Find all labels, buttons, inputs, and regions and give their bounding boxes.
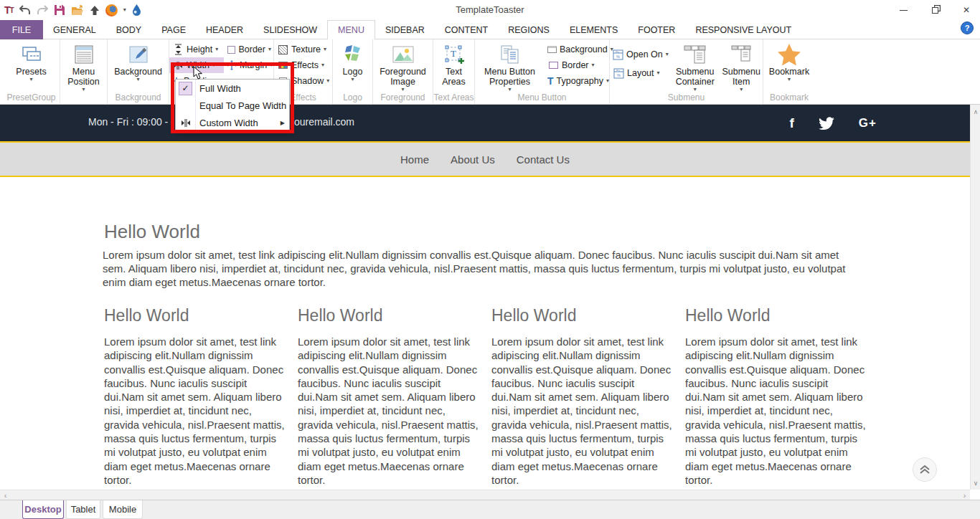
ribbon-group-bookmark: Bookmark ▾ Bookmark	[763, 39, 815, 104]
google-plus-icon[interactable]: G+	[859, 116, 877, 130]
dropdown-item-equal-to-page-width[interactable]: Equal To Page Width	[176, 97, 289, 114]
tab-slideshow[interactable]: SLIDESHOW	[253, 20, 327, 39]
width-icon	[172, 62, 184, 70]
tab-sidebar[interactable]: SIDEBAR	[375, 20, 435, 39]
logo-button[interactable]: Logo ▾	[333, 39, 372, 82]
submenu-container-icon	[683, 42, 707, 67]
submenu-item-button[interactable]: Submenu Item ▾	[720, 39, 763, 92]
content-column-2: Hello World Lorem ipsum dolor sit amet, …	[298, 306, 480, 487]
open-on-button[interactable]: Px% Open On▾	[610, 45, 670, 64]
border-icon	[227, 46, 235, 54]
menu-position-button[interactable]: Menu Position ▾	[60, 39, 107, 92]
tab-responsive-layout[interactable]: RESPONSIVE LAYOUT	[685, 20, 801, 39]
height-button[interactable]: Height▾	[169, 42, 224, 57]
scroll-up-arrow[interactable]: ∧	[971, 106, 980, 117]
social-icons: f G+	[790, 105, 877, 141]
group-label-menu-button: Menu Button	[475, 92, 609, 103]
background-brush-icon	[128, 42, 149, 67]
dropdown-item-full-width[interactable]: ✓ Full Width	[176, 80, 289, 97]
column-text: Lorem ipsum dolor sit amet, test link ad…	[104, 335, 286, 487]
tab-menu[interactable]: MENU	[327, 20, 375, 40]
typography-button[interactable]: T Typography▾	[545, 73, 609, 89]
menu-button-properties-button[interactable]: Menu Button Properties ▾	[475, 39, 545, 92]
tab-body[interactable]: BODY	[106, 20, 151, 39]
foreground-image-button[interactable]: Foreground Image ▾	[373, 39, 433, 92]
border-button[interactable]: Border▾	[224, 42, 274, 57]
text-areas-icon: T	[443, 42, 465, 67]
tab-content[interactable]: CONTENT	[435, 20, 498, 39]
ribbon-group-menu-position: Menu Position ▾	[60, 39, 108, 104]
tab-page[interactable]: PAGE	[151, 20, 196, 39]
column-heading: Hello World	[491, 306, 674, 325]
scroll-right-arrow[interactable]: ›	[959, 490, 970, 500]
close-button[interactable]: ✕	[958, 4, 974, 16]
tab-mobile[interactable]: Mobile	[103, 500, 143, 519]
device-tab-bar: Desktop Tablet Mobile	[0, 500, 980, 519]
svg-text:Px: Px	[616, 68, 621, 72]
column-text: Lorem ipsum dolor sit amet, test link ad…	[685, 335, 867, 487]
dropdown-item-custom-width[interactable]: Custom Width ▶	[176, 114, 289, 131]
horizontal-scrollbar[interactable]: ‹ ›	[0, 490, 970, 500]
column-text: Lorem ipsum dolor sit amet, test link ad…	[298, 335, 480, 487]
tab-header[interactable]: HEADER	[196, 20, 253, 39]
tab-footer[interactable]: FOOTER	[628, 20, 685, 39]
presets-button[interactable]: Presets ▾	[3, 39, 60, 82]
tab-general[interactable]: GENERAL	[43, 20, 106, 39]
ribbon-group-text-areas: T Text Areas Text Areas	[433, 39, 475, 104]
menu-button-border-button[interactable]: Border▾	[545, 57, 609, 73]
group-label-foreground: Foreground	[373, 92, 433, 103]
custom-width-icon	[176, 119, 195, 127]
tab-elements[interactable]: ELEMENTS	[560, 20, 628, 39]
facebook-icon[interactable]: f	[790, 115, 794, 131]
effects-button[interactable]: Effects▾	[274, 57, 332, 73]
open-on-icon: Px%	[613, 49, 623, 60]
minimize-button[interactable]	[895, 4, 911, 16]
submenu-item-icon	[730, 42, 752, 67]
ribbon-group-foreground: Foreground Image ▾ Foreground	[373, 39, 433, 104]
group-label-presetgroup: PresetGroup	[3, 92, 60, 103]
tab-regions[interactable]: REGIONS	[498, 20, 560, 39]
margin-button[interactable]: Margin▾	[224, 57, 274, 73]
ribbon-group-submenu: Px% Open On▾ Px% Layout▾ Submenu Contain…	[610, 39, 763, 104]
layout-button[interactable]: Px% Layout▾	[610, 64, 670, 82]
titlebar: TT ▾ TemplateToaster ✕	[0, 0, 980, 20]
preview-topbar: Mon - Fri : 09:00 - ouremail.com f G+	[0, 105, 970, 141]
layout-icon: Px%	[613, 68, 624, 79]
svg-text:%: %	[617, 73, 621, 77]
scroll-to-top-button[interactable]	[913, 457, 937, 482]
typography-icon: T	[547, 75, 554, 87]
ribbon-group-menu-button: Menu Button Properties ▾ Background▾ Bor…	[475, 39, 610, 104]
menu-button-properties-icon	[499, 42, 522, 67]
background-button[interactable]: Background ▾	[108, 39, 169, 82]
twitter-icon[interactable]	[819, 117, 834, 130]
width-button[interactable]: Width▾	[169, 57, 224, 73]
menu-item-contact-us[interactable]: Contact Us	[517, 153, 570, 166]
scroll-left-arrow[interactable]: ‹	[0, 490, 11, 500]
group-label-text-areas: Text Areas	[433, 92, 474, 103]
ribbon-group-logo: Logo ▾ Logo	[333, 39, 373, 104]
restore-button[interactable]	[927, 4, 943, 16]
tab-file[interactable]: FILE	[0, 20, 43, 39]
column-text: Lorem ipsum dolor sit amet, test link ad…	[491, 335, 674, 487]
window-title: TemplateToaster	[0, 4, 980, 15]
menu-button-background-button[interactable]: Background▾	[545, 42, 609, 57]
foreground-image-icon	[392, 42, 415, 67]
text-areas-button[interactable]: T Text Areas	[433, 39, 474, 87]
effects-icon	[277, 62, 288, 69]
menu-item-about-us[interactable]: About Us	[451, 153, 495, 166]
intro-heading: Hello World	[104, 221, 200, 243]
scroll-down-arrow[interactable]: ∨	[971, 477, 980, 488]
texture-button[interactable]: Texture▾	[274, 42, 332, 57]
bookmark-button[interactable]: Bookmark ▾	[763, 39, 815, 82]
opening-hours-text: Mon - Fri : 09:00 -	[88, 116, 168, 128]
height-icon	[172, 44, 184, 55]
tab-tablet[interactable]: Tablet	[66, 500, 100, 519]
menu-position-icon	[74, 42, 94, 67]
menu-item-home[interactable]: Home	[400, 153, 429, 166]
help-button[interactable]: ?	[961, 22, 974, 34]
submenu-container-button[interactable]: Submenu Container ▾	[670, 39, 720, 92]
texture-icon	[277, 45, 288, 54]
vertical-scrollbar[interactable]: ∧ ∨	[970, 105, 980, 490]
tab-desktop[interactable]: Desktop	[22, 500, 64, 519]
preview-content: Hello World Lorem ipsum dolor sit amet, …	[0, 177, 970, 490]
